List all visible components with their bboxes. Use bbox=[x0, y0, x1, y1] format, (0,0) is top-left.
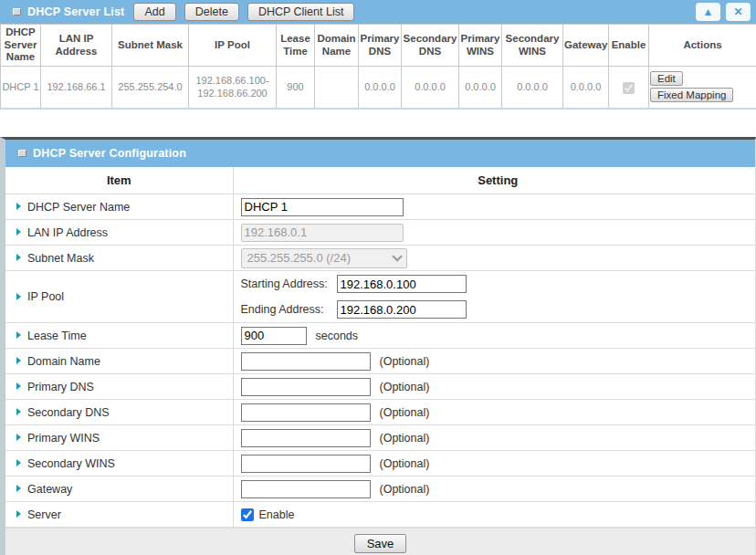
col-header-gateway: Gateway bbox=[563, 25, 609, 67]
optional-label: (Optional) bbox=[380, 406, 430, 419]
col-header-domain: Domain Name bbox=[315, 25, 359, 67]
arrow-bullet-icon bbox=[16, 510, 21, 518]
arrow-bullet-icon bbox=[16, 254, 21, 261]
cell-pri-dns: 0.0.0.0 bbox=[359, 67, 402, 109]
arrow-bullet-icon bbox=[16, 434, 21, 441]
collapse-icon[interactable]: ▲ bbox=[696, 3, 720, 21]
config-panel-title: DHCP Server Configuration bbox=[33, 147, 186, 160]
optional-label: (Optional) bbox=[380, 381, 430, 393]
primary-dns-input[interactable] bbox=[241, 378, 371, 396]
config-footer: Save bbox=[5, 528, 755, 555]
server-enable-checkbox[interactable] bbox=[241, 508, 254, 521]
field-label: Secondary WINS bbox=[27, 457, 115, 470]
secondary-wins-input[interactable] bbox=[241, 455, 371, 473]
field-label: Primary WINS bbox=[27, 432, 100, 445]
seconds-label: seconds bbox=[316, 330, 359, 342]
dhcp-server-list-table: DHCP Server Name LAN IP Address Subnet M… bbox=[0, 24, 756, 110]
field-label: Gateway bbox=[27, 483, 72, 496]
col-header-pri-wins: Primary WINS bbox=[459, 25, 502, 67]
secondary-dns-input[interactable] bbox=[241, 403, 371, 422]
panel-square-icon bbox=[13, 8, 21, 16]
cell-sec-dns: 0.0.0.0 bbox=[402, 67, 459, 109]
dhcp-client-list-button[interactable]: DHCP Client List bbox=[247, 3, 355, 21]
table-row: DHCP 1 192.168.66.1 255.255.254.0 192.16… bbox=[1, 67, 756, 109]
row-dhcp-server-name: DHCP Server Name bbox=[5, 194, 755, 220]
row-lan-ip-address: LAN IP Address bbox=[5, 220, 755, 246]
list-header-row: DHCP Server Name LAN IP Address Subnet M… bbox=[1, 25, 756, 67]
dhcp-server-list-panel: DHCP Server List Add Delete DHCP Client … bbox=[0, 0, 756, 110]
field-label: DHCP Server Name bbox=[27, 201, 130, 214]
close-icon[interactable]: ✕ bbox=[726, 3, 751, 21]
arrow-bullet-icon bbox=[16, 228, 21, 236]
col-header-name: DHCP Server Name bbox=[1, 25, 41, 67]
add-button[interactable]: Add bbox=[133, 3, 175, 21]
optional-label: (Optional) bbox=[380, 432, 430, 445]
field-label: LAN IP Address bbox=[27, 226, 108, 239]
cell-lan-ip: 192.168.66.1 bbox=[41, 67, 112, 109]
ending-address-input[interactable] bbox=[337, 300, 467, 319]
arrow-bullet-icon bbox=[16, 485, 21, 492]
row-primary-wins: Primary WINS (Optional) bbox=[5, 425, 755, 451]
gateway-input[interactable] bbox=[241, 480, 371, 498]
row-ip-pool: IP Pool Starting Address: Ending Address… bbox=[5, 271, 755, 323]
config-header-row: Item Setting bbox=[5, 167, 755, 194]
cell-subnet: 255.255.254.0 bbox=[112, 67, 189, 109]
field-label: Server bbox=[27, 508, 61, 521]
item-column-header: Item bbox=[5, 167, 233, 194]
col-header-actions: Actions bbox=[649, 25, 756, 67]
arrow-bullet-icon bbox=[16, 382, 21, 390]
field-label: Subnet Mask bbox=[27, 252, 94, 265]
row-secondary-wins: Secondary WINS (Optional) bbox=[5, 451, 755, 476]
dhcp-server-configuration-panel: DHCP Server Configuration Item Setting D… bbox=[0, 137, 756, 555]
arrow-bullet-icon bbox=[16, 357, 21, 364]
save-button[interactable]: Save bbox=[354, 534, 407, 553]
dhcp-server-name-input[interactable] bbox=[241, 198, 404, 216]
arrow-bullet-icon bbox=[16, 203, 21, 210]
cell-gateway: 0.0.0.0 bbox=[563, 67, 609, 109]
list-panel-header: DHCP Server List Add Delete DHCP Client … bbox=[0, 0, 756, 24]
row-primary-dns: Primary DNS (Optional) bbox=[5, 374, 755, 400]
enable-label: Enable bbox=[259, 508, 295, 521]
row-gateway: Gateway (Optional) bbox=[5, 476, 755, 502]
chevron-down-icon bbox=[392, 251, 402, 261]
config-table: Item Setting DHCP Server Name LAN IP Add… bbox=[5, 167, 755, 529]
cell-lease: 900 bbox=[277, 67, 315, 109]
ending-address-label: Ending Address: bbox=[241, 303, 337, 316]
lan-ip-address-input bbox=[241, 224, 404, 242]
field-label: Domain Name bbox=[27, 355, 100, 368]
cell-sec-wins: 0.0.0.0 bbox=[502, 67, 563, 109]
edit-button[interactable]: Edit bbox=[650, 71, 683, 86]
delete-button[interactable]: Delete bbox=[184, 3, 239, 21]
field-label: Lease Time bbox=[27, 330, 87, 342]
cell-ip-pool: 192.168.66.100-192.168.66.200 bbox=[189, 67, 277, 109]
col-header-lan-ip: LAN IP Address bbox=[41, 25, 112, 67]
fixed-mapping-button[interactable]: Fixed Mapping bbox=[650, 88, 733, 102]
field-label: Primary DNS bbox=[27, 381, 94, 393]
col-header-sec-wins: Secondary WINS bbox=[502, 25, 563, 67]
config-panel-header: DHCP Server Configuration bbox=[5, 140, 755, 167]
col-header-ip-pool: IP Pool bbox=[189, 25, 277, 67]
row-domain-name: Domain Name (Optional) bbox=[5, 349, 755, 374]
col-header-subnet: Subnet Mask bbox=[112, 25, 189, 67]
starting-address-input[interactable] bbox=[337, 275, 467, 293]
arrow-bullet-icon bbox=[16, 331, 21, 339]
optional-label: (Optional) bbox=[380, 483, 430, 496]
field-label: IP Pool bbox=[27, 290, 64, 303]
domain-name-input[interactable] bbox=[241, 352, 371, 371]
list-panel-title: DHCP Server List bbox=[27, 5, 124, 18]
arrow-bullet-icon bbox=[16, 459, 21, 466]
primary-wins-input[interactable] bbox=[241, 429, 371, 447]
cell-actions: Edit Fixed Mapping bbox=[649, 67, 756, 109]
col-header-pri-dns: Primary DNS bbox=[359, 25, 402, 67]
row-secondary-dns: Secondary DNS (Optional) bbox=[5, 400, 755, 425]
subnet-mask-value: 255.255.255.0 (/24) bbox=[247, 251, 351, 265]
cell-pri-wins: 0.0.0.0 bbox=[459, 67, 502, 109]
col-header-lease: Lease Time bbox=[277, 25, 315, 67]
arrow-bullet-icon bbox=[16, 408, 21, 415]
row-subnet-mask: Subnet Mask 255.255.255.0 (/24) bbox=[5, 246, 755, 271]
setting-column-header: Setting bbox=[233, 167, 755, 194]
row-enable-checkbox bbox=[623, 82, 635, 94]
arrow-bullet-icon bbox=[16, 293, 21, 300]
lease-time-input[interactable] bbox=[241, 327, 307, 345]
field-label: Secondary DNS bbox=[27, 406, 110, 419]
